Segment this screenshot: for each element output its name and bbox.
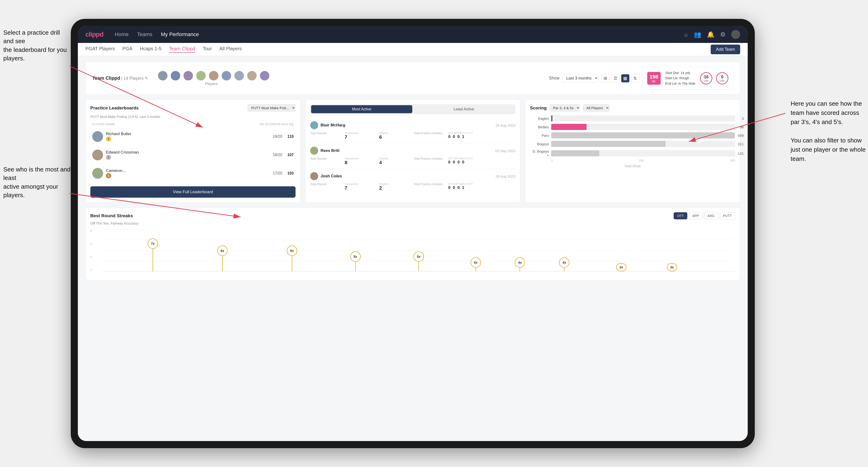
subnav-all-players[interactable]: All Players (219, 46, 242, 53)
player-avatar[interactable] (158, 70, 168, 81)
player-entry-avatar (310, 172, 318, 180)
filter-app[interactable]: APP (689, 212, 703, 219)
lb-avatar (92, 131, 103, 142)
lb-row: Edward Crossman 2 18/20 107 (90, 147, 296, 163)
subnav-hcaps[interactable]: Hcaps 1-5 (140, 46, 161, 53)
active-card: Most Active Least Active Blair McHarg 26… (305, 99, 520, 203)
practice-activities: OTT APP ARG PUTT 0 0 0 0 (448, 157, 481, 165)
player-entry: Rees Britt 02 Sep 2023 Total Rounds Tour… (310, 144, 516, 169)
shot-circle-1: 16 yds (700, 72, 712, 85)
streaks-card: Best Round Streaks OTT APP ARG PUTT Off … (85, 207, 740, 280)
subnav: PGAT Players PGA Hcaps 1-5 Team Clippd T… (78, 43, 748, 56)
team-header-right: Show Last 3 months Last 6 months Last ye… (549, 67, 733, 90)
search-icon[interactable]: ⌕ (684, 31, 688, 38)
subnav-team-clippd[interactable]: Team Clippd (169, 46, 195, 53)
three-col: Practice Leaderboards PUTT Must Make Put… (85, 99, 740, 203)
lb-avatar (92, 150, 103, 160)
player-entry-header: Josh Coles 26 Aug 2023 (310, 172, 516, 180)
streak-pin: 4x (515, 257, 525, 272)
subnav-tour[interactable]: Tour (203, 46, 212, 53)
bell-icon[interactable]: 🔔 (707, 31, 714, 38)
player-entry-date: 26 Aug 2023 (496, 123, 516, 127)
subnav-pgat[interactable]: PGAT Players (85, 46, 115, 53)
player-avatar[interactable] (209, 70, 219, 81)
shot-circles: 16 yds 0 yds (700, 72, 728, 85)
subnav-pga[interactable]: PGA (122, 46, 132, 53)
nav-icons: ⌕ 👥 🔔 ⚙ (684, 30, 740, 39)
leaderboard-header: Practice Leaderboards PUTT Must Make Put… (90, 104, 296, 112)
streak-pin: 5x (413, 251, 424, 272)
stat-group: Total Rounds (310, 157, 343, 165)
view-card-icon[interactable]: ▦ (621, 74, 629, 83)
view-grid-icon[interactable]: ⊞ (601, 74, 610, 83)
drill-subtitle: PUTT Must Make Putting (3-6 ft), Last 3 … (90, 115, 296, 119)
scoring-player-select[interactable]: All Players (583, 104, 610, 112)
bar-row-pars: Pars 499 (530, 132, 735, 138)
y-axis: 8 6 4 2 (90, 229, 92, 272)
nav-logo: clippd (85, 31, 103, 38)
stat-group: Total Practice Activities (414, 132, 446, 140)
bar-row-eagles: Eagles 3 (530, 115, 735, 121)
main-content: Team Clippd | 14 Players ✎ (78, 56, 748, 441)
player-avatar[interactable] (183, 70, 193, 81)
streak-pin: 5x (350, 251, 361, 272)
add-team-button[interactable]: Add Team (711, 44, 740, 54)
stat-group: Practice 2 (379, 183, 412, 191)
team-name: Team Clippd (92, 75, 120, 81)
nav-home[interactable]: Home (115, 31, 129, 37)
ipad-screen: clippd Home Teams My Performance ⌕ 👥 🔔 ⚙… (78, 26, 748, 441)
view-list-icon[interactable]: ☰ (611, 74, 620, 83)
player-stats-row: Total Rounds Tournament 7 Practice 2 (310, 183, 516, 191)
edit-icon[interactable]: ✎ (145, 76, 148, 81)
nav-my-performance[interactable]: My Performance (161, 31, 199, 37)
player-stats-row: Total Rounds Tournament 7 Practice 6 (310, 132, 516, 140)
settings-icon[interactable]: ⚙ (720, 31, 725, 38)
stat-group: Total Practice Activities (414, 157, 446, 165)
tab-most-active[interactable]: Most Active (311, 105, 412, 113)
lb-name: Cameron... (106, 168, 270, 173)
filter-arg[interactable]: ARG (704, 212, 718, 219)
player-entry-date: 26 Aug 2023 (496, 174, 516, 178)
player-avatar[interactable] (196, 70, 206, 81)
player-avatar[interactable] (221, 70, 231, 81)
bar-fill-dbogeys (551, 150, 599, 156)
streak-pin: 6x (217, 246, 228, 272)
show-label: Show (549, 76, 559, 81)
filter-ott[interactable]: OTT (674, 212, 687, 219)
bar-fill-birdies (551, 124, 587, 130)
player-entry-name: Rees Britt (310, 147, 339, 155)
filter-putt[interactable]: PUTT (719, 212, 735, 219)
drill-select[interactable]: PUTT Must Make Putt... (248, 104, 296, 112)
scoring-par-select[interactable]: Par 3, 4 & 5s (550, 104, 580, 112)
shot-card: 198 SC Shot Dist: 14 yds Start Lie: Roug… (642, 67, 733, 90)
chart-axis: 0 200 400 (530, 159, 735, 162)
stat-group: Practice 4 (379, 157, 412, 165)
view-full-leaderboard-button[interactable]: View Full Leaderboard (90, 186, 296, 198)
annotation-top-left: Select a practice drill and see the lead… (3, 28, 72, 63)
view-sort-icon[interactable]: ⇅ (631, 74, 640, 83)
bar-fill-bogeys (551, 141, 665, 147)
leaderboard-card: Practice Leaderboards PUTT Must Make Put… (85, 99, 301, 203)
player-avatar[interactable] (259, 70, 270, 81)
bar-row-birdies: Birdies 96 (530, 124, 735, 130)
lb-row: Richard Butler 1 19/20 110 (90, 128, 296, 145)
nav-teams[interactable]: Teams (137, 31, 152, 37)
tab-least-active[interactable]: Least Active (413, 105, 515, 113)
lb-avatar (92, 168, 103, 179)
avatar[interactable] (731, 30, 740, 39)
player-avatar[interactable] (170, 70, 181, 81)
scoring-title: Scoring (530, 105, 547, 111)
streaks-header: Best Round Streaks OTT APP ARG PUTT (90, 212, 735, 219)
people-icon[interactable]: 👥 (694, 31, 701, 38)
player-entry-name: Blair McHarg (310, 121, 345, 129)
shot-badge: 198 SC (647, 72, 661, 85)
show-select[interactable]: Last 3 months Last 6 months Last year (562, 74, 598, 82)
player-avatar[interactable] (234, 70, 244, 81)
team-header-left: Team Clippd | 14 Players ✎ (92, 70, 270, 86)
player-avatar[interactable] (247, 70, 257, 81)
streak-pin: 7x (148, 239, 158, 272)
lb-row: Cameron... 3 17/20 103 (90, 165, 296, 182)
player-stats-row: Total Rounds Tournament 8 Practice 4 (310, 157, 516, 165)
annotation-bottom-left: See who is the most and least active amo… (3, 165, 72, 199)
stat-group: Tournament 8 (345, 157, 377, 165)
